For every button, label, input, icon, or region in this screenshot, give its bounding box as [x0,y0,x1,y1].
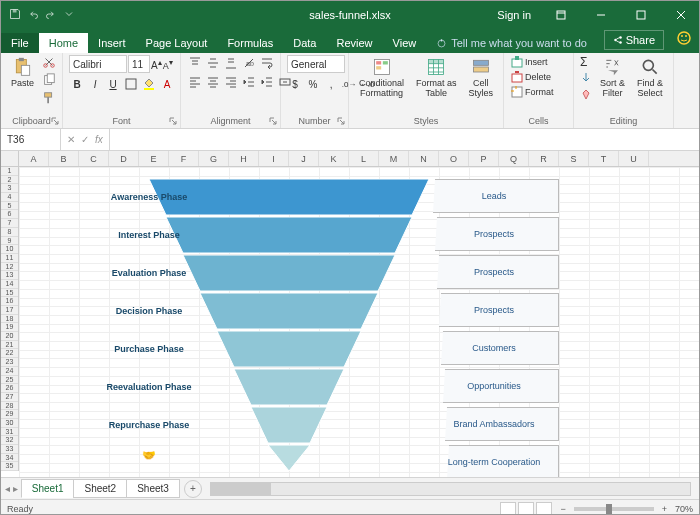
row-header[interactable]: 34 [1,454,18,463]
tab-page-layout[interactable]: Page Layout [136,33,218,53]
row-header[interactable]: 16 [1,297,18,306]
undo-icon[interactable] [27,8,39,22]
maximize-icon[interactable] [623,1,659,29]
column-header[interactable]: H [229,151,259,166]
select-all-corner[interactable] [1,151,19,167]
row-header[interactable]: 14 [1,280,18,289]
row-header[interactable]: 4 [1,193,18,202]
row-header[interactable]: 1 [1,167,18,176]
column-header[interactable]: C [79,151,109,166]
row-header[interactable]: 27 [1,393,18,402]
sheet-tab-1[interactable]: Sheet1 [21,479,75,498]
row-header[interactable]: 8 [1,228,18,237]
page-layout-view-icon[interactable] [518,502,534,516]
number-format-input[interactable]: General [287,55,345,73]
audience-box[interactable]: Prospects [429,293,559,327]
column-header[interactable]: B [49,151,79,166]
row-header[interactable]: 9 [1,237,18,246]
sheet-tab-2[interactable]: Sheet2 [73,479,127,498]
audience-box[interactable]: Prospects [429,255,559,289]
row-header[interactable]: 24 [1,367,18,376]
column-header[interactable]: F [169,151,199,166]
cancel-formula-icon[interactable]: ✕ [67,134,75,145]
audience-box[interactable]: Customers [429,331,559,365]
zoom-out-icon[interactable]: − [560,504,565,514]
dialog-launcher-icon[interactable] [50,116,60,126]
column-header[interactable]: A [19,151,49,166]
row-header[interactable]: 20 [1,332,18,341]
row-header[interactable]: 19 [1,323,18,332]
row-header[interactable]: 35 [1,462,18,471]
row-header[interactable]: 29 [1,410,18,419]
insert-cells-button[interactable]: Insert [510,55,548,69]
underline-icon[interactable]: U [105,76,121,92]
align-middle-icon[interactable] [205,55,221,71]
column-headers[interactable]: ABCDEFGHIJKLMNOPQRSTU [19,151,699,167]
conditional-formatting-button[interactable]: Conditional Formatting [355,55,408,101]
column-header[interactable]: U [619,151,649,166]
row-header[interactable]: 12 [1,263,18,272]
ribbon-options-icon[interactable] [543,1,579,29]
column-header[interactable]: L [349,151,379,166]
paste-button[interactable]: Paste [7,55,38,91]
save-icon[interactable] [9,8,21,22]
align-left-icon[interactable] [187,74,203,90]
name-box[interactable]: T36 [1,129,61,150]
column-header[interactable]: E [139,151,169,166]
column-header[interactable]: K [319,151,349,166]
redo-icon[interactable] [45,8,57,22]
tab-review[interactable]: Review [326,33,382,53]
enter-formula-icon[interactable]: ✓ [81,134,89,145]
column-header[interactable]: I [259,151,289,166]
row-headers[interactable]: 1234567891011121314151617181920212223242… [1,167,19,471]
row-header[interactable]: 11 [1,254,18,263]
row-header[interactable]: 5 [1,202,18,211]
row-header[interactable]: 26 [1,384,18,393]
clear-icon[interactable] [580,87,592,101]
spreadsheet-grid[interactable]: ABCDEFGHIJKLMNOPQRSTU 123456789101112131… [1,151,699,477]
fx-icon[interactable]: fx [95,134,103,145]
tell-me[interactable]: Tell me what you want to do [426,33,597,53]
format-painter-icon[interactable] [42,91,56,107]
column-header[interactable]: M [379,151,409,166]
format-cells-button[interactable]: Format [510,85,554,99]
column-header[interactable]: P [469,151,499,166]
zoom-level[interactable]: 70% [675,504,693,514]
tab-home[interactable]: Home [39,33,88,53]
font-size-input[interactable]: 11 [128,55,150,73]
sheet-tab-3[interactable]: Sheet3 [126,479,180,498]
column-header[interactable]: G [199,151,229,166]
align-bottom-icon[interactable] [223,55,239,71]
column-header[interactable]: R [529,151,559,166]
sort-filter-button[interactable]: Sort & Filter [596,55,629,101]
row-header[interactable]: 28 [1,402,18,411]
row-header[interactable]: 25 [1,376,18,385]
row-header[interactable]: 23 [1,358,18,367]
row-header[interactable]: 17 [1,306,18,315]
column-header[interactable]: D [109,151,139,166]
row-header[interactable]: 30 [1,419,18,428]
row-header[interactable]: 33 [1,445,18,454]
row-header[interactable]: 6 [1,210,18,219]
qat-dropdown-icon[interactable] [63,8,75,22]
audience-box[interactable]: Long-term Cooperation [429,445,559,477]
delete-cells-button[interactable]: Delete [510,70,551,84]
row-header[interactable]: 22 [1,349,18,358]
align-top-icon[interactable] [187,55,203,71]
italic-icon[interactable]: I [87,76,103,92]
cell-styles-button[interactable]: Cell Styles [465,55,498,101]
minimize-icon[interactable] [583,1,619,29]
border-icon[interactable] [123,76,139,92]
format-as-table-button[interactable]: Format as Table [412,55,461,101]
tab-formulas[interactable]: Formulas [217,33,283,53]
dialog-launcher-icon[interactable] [336,116,346,126]
increase-font-icon[interactable]: A▴ [151,57,162,71]
column-header[interactable]: T [589,151,619,166]
column-header[interactable]: S [559,151,589,166]
wrap-text-icon[interactable] [259,55,275,71]
orientation-icon[interactable]: ab [241,55,257,71]
audience-box[interactable]: Prospects [429,217,559,251]
autosum-icon[interactable]: Σ [580,55,592,69]
find-select-button[interactable]: Find & Select [633,55,667,101]
tab-file[interactable]: File [1,33,39,53]
